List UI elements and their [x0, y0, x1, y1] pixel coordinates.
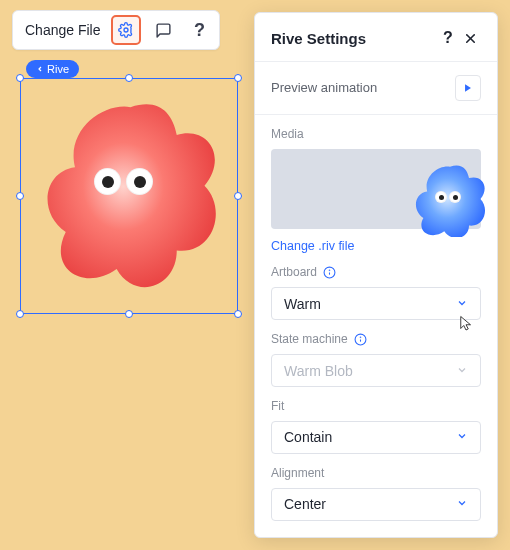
comment-icon [155, 22, 172, 39]
state-machine-select-value: Warm Blob [284, 363, 353, 379]
gear-icon [118, 22, 134, 38]
svg-point-0 [124, 28, 128, 32]
chevron-down-icon [456, 363, 468, 379]
resize-handle[interactable] [234, 310, 242, 318]
canvas-rive-preview[interactable] [38, 90, 223, 300]
chevron-left-icon [36, 65, 44, 73]
resize-handle[interactable] [16, 310, 24, 318]
divider [255, 114, 497, 115]
panel-close-button[interactable] [459, 27, 481, 49]
resize-handle[interactable] [125, 310, 133, 318]
change-file-button[interactable]: Change File [25, 22, 101, 38]
help-button[interactable]: ? [187, 17, 213, 43]
media-section-label: Media [271, 127, 481, 141]
info-icon[interactable] [323, 266, 336, 279]
character-eye [94, 168, 121, 195]
chevron-down-icon [456, 429, 468, 445]
fit-select[interactable]: Contain [271, 421, 481, 454]
alignment-select-value: Center [284, 496, 326, 512]
character-eye [435, 191, 447, 203]
preview-play-button[interactable] [455, 75, 481, 101]
artboard-select-value: Warm [284, 296, 321, 312]
media-thumbnail [410, 161, 490, 237]
play-icon [463, 83, 473, 93]
state-machine-section-label: State machine [271, 332, 481, 346]
panel-help-button[interactable]: ? [437, 27, 459, 49]
state-machine-select: Warm Blob [271, 354, 481, 387]
svg-point-6 [329, 270, 330, 271]
settings-button[interactable] [111, 15, 141, 45]
rive-settings-panel: Rive Settings ? Preview animation Media [254, 12, 498, 538]
element-type-tag[interactable]: Rive [26, 60, 79, 78]
change-riv-link[interactable]: Change .riv file [271, 239, 481, 253]
resize-handle[interactable] [16, 192, 24, 200]
resize-handle[interactable] [234, 192, 242, 200]
preview-animation-label: Preview animation [271, 80, 455, 95]
character-eye [449, 191, 461, 203]
svg-marker-3 [465, 84, 471, 92]
artboard-section-label: Artboard [271, 265, 481, 279]
chevron-down-icon [456, 496, 468, 512]
resize-handle[interactable] [16, 74, 24, 82]
artboard-select[interactable]: Warm [271, 287, 481, 320]
svg-point-9 [360, 337, 361, 338]
media-preview-box [271, 149, 481, 229]
close-icon [463, 31, 478, 46]
toolbar: Change File ? [12, 10, 220, 50]
chevron-down-icon [456, 296, 468, 312]
element-type-label: Rive [47, 63, 69, 75]
alignment-section-label: Alignment [271, 466, 481, 480]
comment-button[interactable] [151, 17, 177, 43]
panel-title: Rive Settings [271, 30, 437, 47]
fit-section-label: Fit [271, 399, 481, 413]
character-eye [126, 168, 153, 195]
resize-handle[interactable] [125, 74, 133, 82]
info-icon[interactable] [354, 333, 367, 346]
fit-select-value: Contain [284, 429, 332, 445]
resize-handle[interactable] [234, 74, 242, 82]
alignment-select[interactable]: Center [271, 488, 481, 521]
